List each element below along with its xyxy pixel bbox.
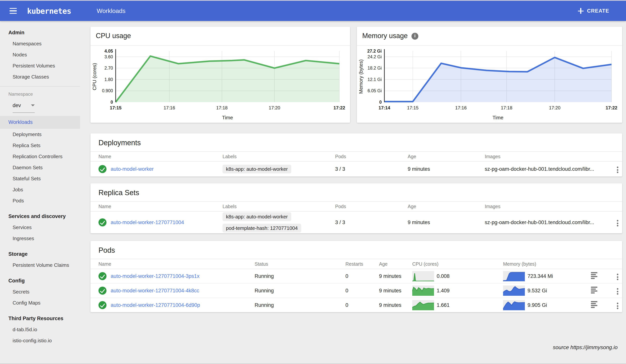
svg-text:12.1 Gi: 12.1 Gi	[368, 77, 382, 82]
source-note: source https://jimmysong.io	[90, 344, 618, 350]
memory-usage-card: Memory usage 27.2 Gi24.2 Gi18.2 Gi12.1 G…	[357, 27, 622, 123]
cpu-sparkline	[412, 300, 434, 310]
pod-cpu-value: 1.409	[437, 288, 450, 294]
column-header-name: Name	[98, 261, 255, 267]
namespace-select[interactable]: dev	[13, 98, 35, 113]
sidebar-item-workloads[interactable]: Workloads	[0, 116, 80, 129]
pods-title: Pods	[90, 241, 622, 259]
pod-memory-value: 723.344 Mi	[528, 273, 553, 279]
check-circle-icon	[98, 301, 107, 309]
check-circle-icon	[98, 287, 107, 295]
cpu-sparkline	[412, 271, 434, 281]
column-header-name: Name	[98, 204, 223, 209]
kebab-menu-icon[interactable]	[615, 165, 620, 175]
svg-text:0.900: 0.900	[102, 88, 113, 93]
column-header-name: Name	[98, 154, 223, 159]
sidebar-nav: Admin Namespaces Nodes Persistent Volume…	[0, 21, 80, 364]
logs-icon[interactable]	[591, 286, 597, 294]
sidebar-item-stateful-sets[interactable]: Stateful Sets	[0, 173, 80, 184]
memory-sparkline	[503, 286, 525, 296]
pod-row: auto-model-worker-1270771004-6d90p Runni…	[90, 298, 622, 312]
sidebar-heading-services-discovery: Services and discovery	[0, 211, 80, 222]
sidebar-heading-third-party-resources: Third Party Resources	[0, 313, 80, 324]
namespace-label: Namespace	[0, 90, 80, 98]
sidebar-item-services[interactable]: Services	[0, 222, 80, 233]
svg-text:17:18: 17:18	[216, 105, 228, 110]
sidebar-heading-config: Config	[0, 275, 80, 286]
sidebar-item-jobs[interactable]: Jobs	[0, 184, 80, 195]
column-header-pods: Pods	[335, 154, 408, 159]
column-header-memory: Memory (bytes)	[503, 261, 591, 267]
deployment-images: sz-pg-oam-docker-hub-001.tendcloud.com/l…	[485, 166, 605, 172]
memory-usage-title-text: Memory usage	[362, 27, 408, 45]
svg-text:17:14: 17:14	[379, 105, 390, 110]
cpu-usage-title-text: CPU usage	[96, 27, 131, 45]
kebab-menu-icon[interactable]	[615, 301, 620, 311]
pod-row: auto-model-worker-1270771004-3ps1x Runni…	[90, 269, 622, 283]
create-button[interactable]: CREATE	[576, 8, 612, 14]
sidebar-item-daemon-sets[interactable]: Daemon Sets	[0, 162, 80, 173]
replica-set-age: 9 minutes	[408, 220, 485, 225]
sidebar-item-replication-controllers[interactable]: Replication Controllers	[0, 151, 80, 162]
sidebar-item-config-maps[interactable]: Config Maps	[0, 297, 80, 308]
sidebar-item-deployments[interactable]: Deployments	[0, 129, 80, 140]
svg-text:17:22: 17:22	[333, 105, 345, 110]
sidebar-item-istio-config-istio-io[interactable]: istio-config.istio.io	[0, 335, 80, 346]
column-header-labels: Labels	[223, 204, 335, 209]
pods-header-row: Name Status Restarts Age CPU (cores) Mem…	[90, 259, 622, 269]
sidebar-item-secrets[interactable]: Secrets	[0, 286, 80, 297]
logs-icon[interactable]	[591, 271, 597, 280]
sidebar-item-nodes[interactable]: Nodes	[0, 49, 80, 60]
sidebar-item-replica-sets[interactable]: Replica Sets	[0, 140, 80, 151]
column-header-age: Age	[408, 154, 485, 159]
svg-text:CPU (cores): CPU (cores)	[92, 63, 97, 90]
replica-set-images: sz-pg-oam-docker-hub-001.tendcloud.com/l…	[485, 220, 605, 225]
pod-name-link[interactable]: auto-model-worker-1270771004-4k8cc	[111, 288, 199, 294]
svg-text:Time: Time	[493, 115, 504, 120]
sidebar-item-namespaces[interactable]: Namespaces	[0, 38, 80, 49]
pod-cpu-value: 1.661	[437, 302, 450, 308]
svg-text:17:15: 17:15	[110, 105, 121, 110]
replica-set-row: auto-model-worker-1270771004 k8s-app: au…	[90, 212, 622, 233]
sidebar-item-d-tab-l5d-io[interactable]: d-tab.l5d.io	[0, 324, 80, 335]
svg-text:17:22: 17:22	[606, 105, 617, 110]
deployments-title: Deployments	[90, 133, 622, 152]
svg-text:0: 0	[379, 100, 382, 105]
pod-status: Running	[255, 273, 346, 279]
svg-text:4.05: 4.05	[104, 49, 113, 54]
logs-icon[interactable]	[591, 300, 597, 309]
pod-name-link[interactable]: auto-model-worker-1270771004-6d90p	[111, 302, 200, 308]
info-icon[interactable]	[411, 33, 418, 39]
pod-restarts: 0	[346, 288, 379, 294]
pod-memory-value: 9.905 Gi	[528, 302, 547, 308]
replica-sets-title: Replica Sets	[90, 183, 622, 202]
window-top-edge	[0, 0, 626, 1]
app-logo[interactable]: kubernetes	[27, 6, 71, 15]
label-chip: k8s-app: auto-model-worker	[223, 165, 291, 173]
pod-name-link[interactable]: auto-model-worker-1270771004-3ps1x	[111, 273, 199, 279]
deployment-name-link[interactable]: auto-model-worker	[111, 166, 154, 172]
replica-set-name-link[interactable]: auto-model-worker-1270771004	[111, 220, 184, 225]
memory-usage-title: Memory usage	[357, 27, 622, 46]
sidebar-item-ingresses[interactable]: Ingresses	[0, 233, 80, 244]
svg-text:27.2 Gi: 27.2 Gi	[367, 49, 382, 54]
deployments-card: Deployments Name Labels Pods Age Images …	[90, 133, 622, 176]
hamburger-menu-icon[interactable]	[8, 6, 18, 15]
kebab-menu-icon[interactable]	[615, 287, 620, 296]
sidebar-item-storage-classes[interactable]: Storage Classes	[0, 71, 80, 82]
pod-memory-value: 9.532 Gi	[528, 288, 547, 294]
column-header-cpu: CPU (cores)	[412, 261, 503, 267]
sidebar-item-pods[interactable]: Pods	[0, 195, 80, 206]
sidebar-item-persistent-volume-claims[interactable]: Persistent Volume Claims	[0, 260, 80, 271]
deployment-row: auto-model-worker k8s-app: auto-model-wo…	[90, 162, 622, 176]
window-bottom-edge	[0, 363, 626, 364]
pod-row: auto-model-worker-1270771004-4k8cc Runni…	[90, 283, 622, 298]
kebab-menu-icon[interactable]	[615, 218, 620, 228]
sidebar-item-persistent-volumes[interactable]: Persistent Volumes	[0, 60, 80, 71]
chevron-down-icon	[31, 104, 35, 106]
svg-text:24.2 Gi: 24.2 Gi	[368, 54, 382, 59]
column-header-images: Images	[485, 154, 605, 159]
svg-text:2.70: 2.70	[104, 66, 113, 70]
kebab-menu-icon[interactable]	[615, 272, 620, 282]
sidebar-heading-storage: Storage	[0, 249, 80, 260]
